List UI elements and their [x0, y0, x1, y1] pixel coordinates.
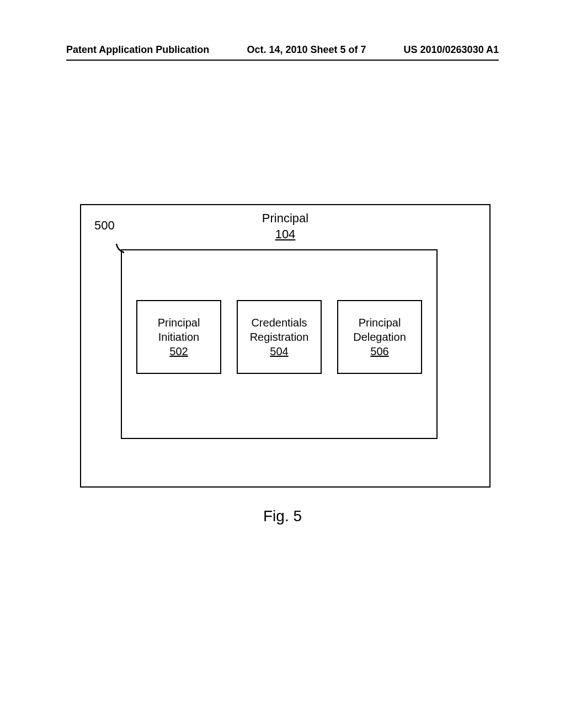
outer-box-title: Principal 104 — [81, 211, 489, 242]
ref-500-label: 500 — [94, 218, 115, 233]
header-right: US 2010/0263030 A1 — [404, 44, 499, 56]
outer-box-principal: Principal 104 500 Principal Initiation 5… — [80, 204, 491, 488]
module-line1: Principal — [359, 315, 401, 330]
inner-box: Principal Initiation 502 Credentials Reg… — [121, 249, 438, 439]
module-line2: Delegation — [353, 330, 406, 344]
page-header: Patent Application Publication Oct. 14, … — [0, 44, 565, 56]
module-ref: 506 — [370, 344, 388, 358]
module-line1: Credentials — [251, 315, 307, 330]
outer-title-text: Principal — [262, 211, 308, 225]
module-row: Principal Initiation 502 Credentials Reg… — [122, 300, 436, 374]
header-divider — [66, 60, 499, 61]
outer-title-ref: 104 — [275, 227, 296, 241]
module-line2: Registration — [250, 330, 309, 344]
header-center: Oct. 14, 2010 Sheet 5 of 7 — [247, 44, 366, 56]
module-principal-delegation: Principal Delegation 506 — [337, 300, 422, 374]
module-ref: 504 — [270, 344, 288, 358]
header-left: Patent Application Publication — [66, 44, 209, 56]
figure-caption: Fig. 5 — [0, 507, 565, 525]
module-ref: 502 — [169, 344, 188, 358]
module-line1: Principal — [158, 315, 200, 330]
module-line2: Initiation — [158, 330, 200, 344]
module-credentials-registration: Credentials Registration 504 — [237, 300, 322, 374]
module-principal-initiation: Principal Initiation 502 — [136, 300, 221, 374]
